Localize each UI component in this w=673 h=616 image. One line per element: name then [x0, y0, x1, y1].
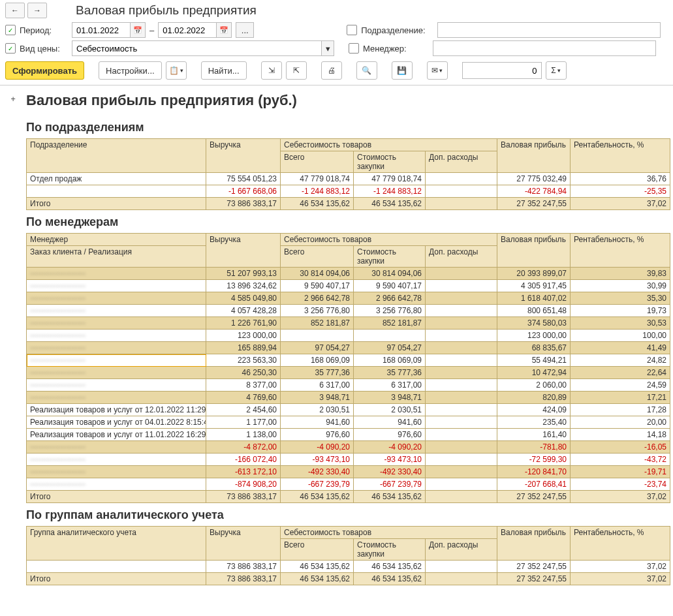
paste-button[interactable]: 📋▾ — [166, 61, 187, 80]
cell: 1 226 761,90 — [206, 317, 281, 330]
chevron-down-icon: ▾ — [326, 44, 330, 54]
cell: Итого — [27, 573, 206, 585]
col-cost-goods: Себестоимость товаров — [281, 527, 497, 539]
cell — [426, 268, 497, 280]
table-row[interactable]: ──────────+4 057 428,283 256 776,803 256… — [27, 305, 670, 317]
cell: 27 352 247,55 — [497, 491, 571, 503]
cell: 2 030,51 — [354, 404, 426, 416]
col-manager: Менеджер — [27, 234, 206, 246]
table-row[interactable]: ──────────-874 908,20-667 239,79-667 239… — [27, 478, 670, 491]
cell: -43,72 — [571, 454, 670, 466]
table-row[interactable]: ──────────+4 585 049,802 966 642,782 966… — [27, 292, 670, 305]
page-title: Валовая прибыль предприятия — [50, 3, 257, 18]
calendar-icon: 📅 — [133, 26, 142, 35]
manager-checkbox[interactable]: ✓ — [349, 43, 359, 54]
cell: 235,40 — [497, 416, 571, 429]
table-row[interactable]: ──────────+223 563,30168 069,09168 069,0… — [27, 354, 670, 367]
table-row[interactable]: ──────────+8 377,006 317,006 317,002 060… — [27, 379, 670, 392]
date-to-input[interactable] — [159, 23, 216, 37]
print-icon: 🖨 — [328, 66, 336, 75]
division-input[interactable] — [438, 23, 660, 37]
sigma-button[interactable]: Σ▾ — [546, 61, 567, 80]
date-to-picker-button[interactable]: 📅 — [216, 23, 231, 37]
date-to-wrap: 📅 — [158, 22, 232, 38]
table-row[interactable]: ──────────+13 896 324,629 590 407,179 59… — [27, 280, 670, 292]
period-checkbox[interactable]: ✓ — [5, 25, 16, 35]
division-checkbox[interactable]: ✓ — [347, 25, 357, 35]
col-add-costs: Доп. расходы — [426, 539, 497, 561]
cell-label: ──────────+ — [27, 379, 206, 392]
expand-groups-button[interactable]: ⇲ — [261, 61, 282, 80]
table-row[interactable]: ──────────+51 207 993,1330 814 094,0630 … — [27, 268, 670, 280]
col-revenue: Выручка — [206, 139, 281, 173]
cell-label: ──────────+ — [27, 317, 206, 330]
table-row[interactable]: ──────────−4 769,603 948,713 948,71820,8… — [27, 392, 670, 404]
mail-button[interactable]: ✉▾ — [427, 61, 448, 80]
cell: 424,09 — [497, 404, 571, 416]
pricetype-dropdown-button[interactable]: ▾ — [321, 41, 334, 55]
cell: 168 069,09 — [354, 354, 426, 367]
tree-toggle[interactable]: + — [10, 95, 15, 104]
cell: 6 317,00 — [354, 379, 426, 392]
sum-input[interactable] — [462, 62, 542, 79]
date-from-input[interactable] — [72, 23, 130, 37]
col-total: Всего — [281, 539, 354, 561]
arrow-left-icon: ← — [11, 6, 19, 15]
pricetype-checkbox[interactable]: ✓ — [5, 43, 16, 54]
table-header-row: Подразделение Выручка Себестоимость това… — [27, 139, 670, 151]
table-row[interactable]: Отдел продаж75 554 051,2347 779 018,7447… — [27, 173, 670, 185]
table-row[interactable]: ──────────+-4 872,00-4 090,20-4 090,20-7… — [27, 441, 670, 454]
table-row[interactable]: Реализация товаров и услуг от 11.01.2022… — [27, 429, 670, 441]
managers-total-row: Итого 73 886 383,17 46 534 135,62 46 534… — [27, 491, 670, 503]
cell: 168 069,09 — [281, 354, 354, 367]
cell: 1 618 407,02 — [497, 292, 571, 305]
settings-button[interactable]: Настройки... — [99, 61, 162, 80]
find-button[interactable]: Найти... — [201, 61, 247, 80]
table-row[interactable]: Реализация товаров и услуг от 04.01.2022… — [27, 416, 670, 429]
cell-label: ──────────+ — [27, 354, 206, 367]
cell: 37,02 — [571, 573, 670, 585]
nav-back-button[interactable]: ← — [5, 3, 25, 18]
nav-forward-button[interactable]: → — [27, 3, 47, 18]
cell: 4 585 049,80 — [206, 292, 281, 305]
cell: 30,99 — [571, 280, 670, 292]
generate-button[interactable]: Сформировать — [5, 61, 84, 80]
col-cost-goods: Себестоимость товаров — [281, 234, 497, 246]
cell: -207 668,41 — [497, 478, 571, 491]
section-managers-title: По менеджерам — [26, 215, 670, 229]
groups-table: Группа аналитического учета Выручка Себе… — [26, 526, 670, 585]
cell: 852 181,87 — [354, 317, 426, 330]
pricetype-select[interactable]: ▾ — [72, 40, 334, 56]
cell: -492 330,40 — [354, 466, 426, 478]
cell: -16,05 — [571, 441, 670, 454]
save-button[interactable]: 💾 — [392, 61, 413, 80]
table-row[interactable]: ──────────+1 226 761,90852 181,87852 181… — [27, 317, 670, 330]
cell: Итого — [27, 491, 206, 503]
table-row[interactable]: Реализация товаров и услуг от 12.01.2022… — [27, 404, 670, 416]
table-row[interactable]: ──────────+-166 072,40-93 473,10-93 473,… — [27, 454, 670, 466]
print-button[interactable]: 🖨 — [321, 61, 342, 80]
manager-input[interactable] — [433, 42, 655, 55]
table-row[interactable]: 73 886 383,1746 534 135,6246 534 135,622… — [27, 561, 670, 573]
cell — [426, 573, 497, 585]
preview-button[interactable]: 🔍 — [356, 61, 377, 80]
table-row[interactable]: ──────────+-613 172,10-492 330,40-492 33… — [27, 466, 670, 478]
date-from-picker-button[interactable]: 📅 — [130, 23, 145, 37]
calendar-icon: 📅 — [219, 26, 228, 35]
cell: 27 352 247,55 — [497, 561, 571, 573]
cell-label: ──────────+ — [27, 441, 206, 454]
period-more-button[interactable]: ... — [236, 22, 254, 38]
collapse-groups-button[interactable]: ⇱ — [286, 61, 307, 80]
table-row[interactable]: ──────────+46 250,3035 777,3635 777,3610… — [27, 367, 670, 379]
table-row[interactable]: -1 667 668,06-1 244 883,12-1 244 883,12-… — [27, 185, 670, 198]
col-add-costs: Доп. расходы — [426, 246, 497, 268]
cell: 55 494,21 — [497, 354, 571, 367]
table-row[interactable]: ──────────+123 000,00123 000,00100,00 — [27, 330, 670, 342]
cell: -120 841,70 — [497, 466, 571, 478]
pricetype-input[interactable] — [72, 44, 321, 54]
table-row[interactable]: ──────────+165 889,9497 054,2797 054,276… — [27, 342, 670, 354]
report-title: Валовая прибыль предприятия (руб.) — [26, 92, 670, 109]
arrow-right-icon: → — [33, 6, 41, 15]
collapse-icon: ⇱ — [293, 66, 300, 75]
cell: 47 779 018,74 — [281, 173, 354, 185]
